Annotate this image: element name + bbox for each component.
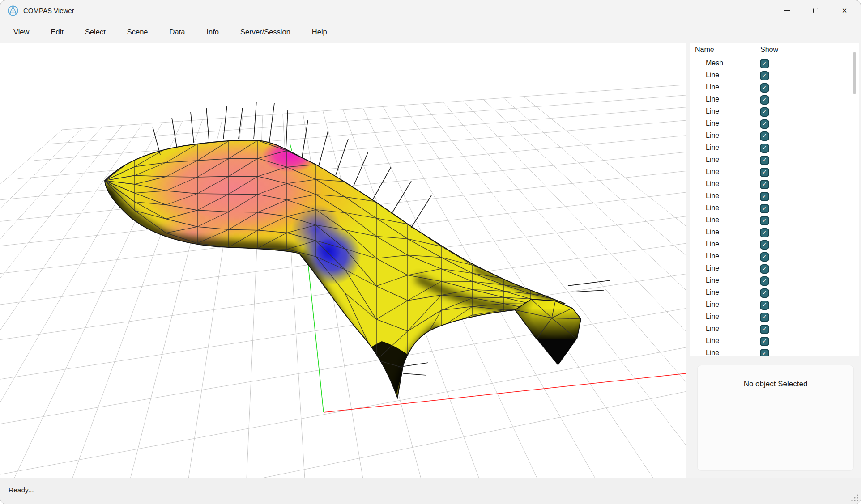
object-name-label: Line: [706, 204, 719, 212]
show-checkbox[interactable]: ✓: [760, 252, 769, 262]
tree-row[interactable]: Line✓: [690, 311, 859, 323]
y-axis-peek: [290, 144, 292, 151]
column-header-name: Name: [695, 46, 714, 54]
tree-row[interactable]: Line✓: [690, 239, 859, 251]
object-list: Mesh✓Line✓Line✓Line✓Line✓Line✓Line✓Line✓…: [690, 58, 859, 356]
menu-item-view[interactable]: View: [4, 25, 38, 39]
window-controls: ✕: [773, 0, 859, 21]
mesh-surface: [0, 43, 686, 479]
status-divider: [41, 480, 41, 500]
show-checkbox[interactable]: ✓: [760, 301, 769, 310]
object-name-label: Line: [706, 264, 719, 272]
object-name-label: Line: [706, 325, 719, 333]
tree-row[interactable]: Line✓: [690, 154, 859, 166]
column-header-show: Show: [760, 46, 778, 54]
tree-scrollbar[interactable]: [853, 52, 856, 94]
show-checkbox[interactable]: ✓: [760, 119, 769, 129]
menu-bar: ViewEditSelectSceneDataInfoServer/Sessio…: [0, 21, 861, 43]
resize-grip-icon[interactable]: [850, 493, 859, 502]
show-checkbox[interactable]: ✓: [760, 107, 769, 117]
show-checkbox[interactable]: ✓: [760, 337, 769, 346]
show-checkbox[interactable]: ✓: [760, 228, 769, 237]
object-name-label: Line: [706, 240, 719, 248]
tree-row[interactable]: Line✓: [690, 215, 859, 227]
menu-item-edit[interactable]: Edit: [41, 25, 72, 39]
tree-row[interactable]: Line✓: [690, 166, 859, 178]
minimize-button[interactable]: [773, 0, 801, 21]
object-name-label: Line: [706, 301, 719, 309]
tree-row[interactable]: Line✓: [690, 323, 859, 335]
show-checkbox[interactable]: ✓: [760, 131, 769, 141]
menu-item-help[interactable]: Help: [303, 25, 337, 39]
tree-row[interactable]: Line✓: [690, 347, 859, 356]
object-name-label: Line: [706, 252, 719, 260]
show-checkbox[interactable]: ✓: [760, 288, 769, 298]
show-checkbox[interactable]: ✓: [760, 192, 769, 201]
show-checkbox[interactable]: ✓: [760, 313, 769, 322]
menu-item-scene[interactable]: Scene: [118, 25, 158, 39]
show-checkbox[interactable]: ✓: [760, 264, 769, 274]
show-checkbox[interactable]: ✓: [760, 95, 769, 105]
tree-row[interactable]: Line✓: [690, 82, 859, 94]
show-checkbox[interactable]: ✓: [760, 276, 769, 286]
show-checkbox[interactable]: ✓: [760, 71, 769, 80]
object-name-label: Mesh: [706, 59, 723, 67]
window-title: COMPAS Viewer: [23, 7, 74, 14]
tree-row[interactable]: Line✓: [690, 70, 859, 82]
tree-row[interactable]: Line✓: [690, 335, 859, 347]
tree-row[interactable]: Line✓: [690, 227, 859, 239]
menu-item-server-session[interactable]: Server/Session: [231, 25, 300, 39]
show-checkbox[interactable]: ✓: [760, 83, 769, 93]
maximize-icon: [813, 8, 818, 13]
show-checkbox[interactable]: ✓: [760, 349, 769, 356]
menu-item-info[interactable]: Info: [197, 25, 228, 39]
show-checkbox[interactable]: ✓: [760, 59, 769, 68]
title-bar: COMPAS Viewer ✕: [0, 0, 861, 21]
viewport-3d[interactable]: [0, 43, 686, 479]
menu-item-data[interactable]: Data: [160, 25, 195, 39]
tree-row[interactable]: Mesh✓: [690, 58, 859, 70]
object-name-label: Line: [706, 228, 719, 236]
wing-underside: [537, 339, 577, 365]
close-icon: ✕: [842, 7, 848, 14]
show-checkbox[interactable]: ✓: [760, 240, 769, 250]
tree-row[interactable]: Line✓: [690, 118, 859, 130]
tree-row[interactable]: Line✓: [690, 263, 859, 275]
tree-row[interactable]: Line✓: [690, 275, 859, 287]
show-checkbox[interactable]: ✓: [760, 144, 769, 153]
object-name-label: Line: [706, 313, 719, 321]
maximize-button[interactable]: [801, 0, 830, 21]
tree-row[interactable]: Line✓: [690, 142, 859, 154]
object-name-label: Line: [706, 119, 719, 127]
tree-row[interactable]: Line✓: [690, 178, 859, 191]
x-axis-line: [324, 373, 686, 412]
status-bar: Ready...: [0, 478, 861, 504]
object-details-panel: No object Selected: [697, 365, 854, 471]
object-name-label: Line: [706, 156, 719, 164]
show-checkbox[interactable]: ✓: [760, 204, 769, 213]
minimize-icon: [784, 10, 790, 11]
tree-row[interactable]: Line✓: [690, 251, 859, 263]
object-name-label: Line: [706, 349, 719, 356]
show-checkbox[interactable]: ✓: [760, 325, 769, 334]
column-divider: [756, 43, 756, 58]
object-name-label: Line: [706, 83, 719, 91]
show-checkbox[interactable]: ✓: [760, 156, 769, 165]
object-name-label: Line: [706, 95, 719, 103]
tree-row[interactable]: Line✓: [690, 130, 859, 142]
close-button[interactable]: ✕: [830, 0, 859, 21]
menu-item-select[interactable]: Select: [76, 25, 115, 39]
tree-row[interactable]: Line✓: [690, 94, 859, 106]
object-name-label: Line: [706, 192, 719, 200]
show-checkbox[interactable]: ✓: [760, 168, 769, 177]
tree-row[interactable]: Line✓: [690, 203, 859, 215]
object-name-label: Line: [706, 288, 719, 296]
scene-canvas: [0, 43, 686, 479]
show-checkbox[interactable]: ✓: [760, 180, 769, 189]
tree-row[interactable]: Line✓: [690, 299, 859, 311]
tree-row[interactable]: Line✓: [690, 191, 859, 203]
tree-row[interactable]: Line✓: [690, 287, 859, 299]
show-checkbox[interactable]: ✓: [760, 216, 769, 225]
tree-header: Name Show: [690, 43, 859, 58]
tree-row[interactable]: Line✓: [690, 106, 859, 118]
